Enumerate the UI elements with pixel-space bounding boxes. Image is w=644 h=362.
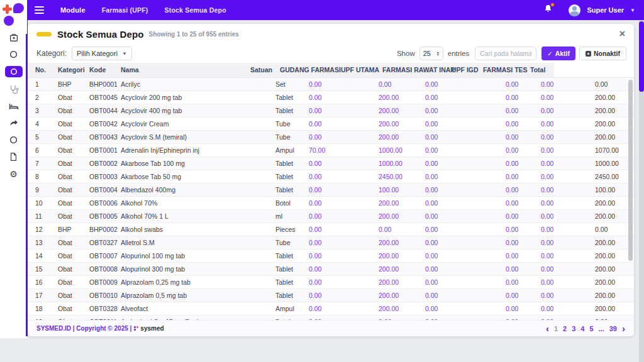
logo-plus-shape	[3, 4, 12, 14]
table-cell: OBT0045	[82, 90, 113, 104]
check-icon: ✓	[547, 50, 552, 57]
pagination-next-icon[interactable]: ›	[622, 324, 625, 333]
table-row[interactable]: 10ObatOBT0006Alkohol 70%Botol0.00200.000…	[28, 196, 634, 209]
table-row[interactable]: 18ObatOBT0328AlveofactAmpul0.00200.000.0…	[28, 302, 634, 315]
kategori-select[interactable]: Pilih Kategori ▼	[72, 47, 132, 60]
table-cell: 0.00	[272, 249, 333, 262]
table-row[interactable]: 16ObatOBT0009Alprazolam 0,25 mg tabTable…	[28, 275, 634, 288]
table-row[interactable]: 1BHPBHP0001AcrilycSet0.000.000.000.000.0…	[28, 77, 634, 90]
pagination-prev-icon[interactable]: ‹	[546, 324, 549, 333]
user-avatar[interactable]	[569, 4, 580, 16]
table-cell: OBT0009	[82, 275, 113, 288]
table-cell: Tablet	[243, 104, 272, 117]
pagination-page-2[interactable]: 2	[563, 325, 567, 332]
table-cell: Alkohol 70%	[113, 196, 243, 209]
table-row[interactable]: 14ObatOBT0007Alopurinol 100 mg tabTablet…	[28, 249, 634, 262]
pagination-ellipsis: ...	[599, 325, 604, 332]
table-cell: 16	[28, 275, 50, 288]
column-header: Satuan	[243, 63, 272, 77]
app-logo[interactable]	[0, 0, 27, 34]
table-cell: 0.00	[375, 143, 444, 156]
table-cell: 1	[28, 77, 50, 90]
table-cell: 0.00	[475, 209, 523, 222]
gear-icon[interactable]: ⚙	[4, 168, 23, 179]
stethoscope-icon[interactable]	[4, 84, 23, 94]
table-row[interactable]: 7ObatOBT0002Akarbose Tab 100 mgTablet0.0…	[28, 156, 634, 170]
user-name[interactable]: Super User	[587, 6, 624, 14]
table-cell: 0.00	[272, 288, 333, 302]
hamburger-menu-icon[interactable]	[35, 6, 44, 14]
table-cell: Obat	[50, 130, 82, 143]
table-cell: 0.00	[272, 90, 333, 104]
table-cell: OBT0044	[82, 104, 113, 117]
table-row[interactable]: 5ObatOBT0043Acyclovir S.M (temiral)Tube0…	[28, 130, 634, 143]
circle-icon[interactable]	[4, 49, 23, 60]
table-row[interactable]: 17ObatOBT0010Alprazolam 0,5 mg tabTablet…	[28, 288, 634, 302]
pagination-page-1[interactable]: 1	[554, 325, 558, 332]
nav-item-module[interactable]: Module	[60, 6, 86, 14]
table-row[interactable]: 8ObatOBT0003Akarbose Tab 50 mgTablet0.00…	[28, 170, 634, 183]
nav-item-stock-semua-depo[interactable]: Stock Semua Depo	[165, 6, 226, 14]
page-size-value: 25	[423, 50, 431, 57]
table-row[interactable]: 15ObatOBT0008Alopurinol 300 mg tabTablet…	[28, 262, 634, 275]
table-row[interactable]: 12BHPBHP0002Alkohol swabsPieces0.000.000…	[28, 222, 634, 236]
table-cell: OBT0328	[82, 302, 113, 315]
table-cell: 0.00	[333, 222, 375, 236]
table-row[interactable]: 6ObatOBT0001Adrenalin Inj/Ephineprin inj…	[28, 143, 634, 156]
table-row[interactable]: 3ObatOBT0044Acyclovir 400 mg tabTablet0.…	[28, 104, 634, 117]
table-cell: Ampul	[243, 143, 272, 156]
table-cell: 11	[28, 209, 50, 222]
table-cell: BHP	[50, 77, 82, 90]
table-cell: Tube	[243, 117, 272, 130]
chevron-down-icon: ▼	[122, 51, 127, 57]
user-menu-caret-icon[interactable]: ▼	[630, 8, 635, 13]
table-cell: 0.00	[475, 77, 523, 90]
pagination-page-39[interactable]: 39	[609, 325, 617, 332]
table-cell: 0.00	[444, 249, 475, 262]
nav-item-farmasi-upf[interactable]: Farmasi (UPF)	[102, 6, 148, 14]
table-cell: 0.00	[475, 143, 523, 156]
pagination-page-3[interactable]: 3	[572, 325, 575, 332]
table-cell: Tablet	[243, 288, 272, 302]
table-cell: 1000.00	[333, 143, 375, 156]
forward-arrow-icon[interactable]	[4, 118, 23, 128]
logo-circle-shape	[4, 16, 14, 26]
table-cell: 0.00	[475, 117, 523, 130]
table-row[interactable]: 4ObatOBT0042Acyclovir CreamTube0.00200.0…	[28, 117, 634, 130]
table-cell-total: 100.00	[554, 183, 634, 196]
bed-icon[interactable]	[4, 101, 23, 111]
close-icon[interactable]: ×	[619, 29, 625, 39]
table-cell: 4	[28, 117, 50, 130]
table-cell: 0.00	[375, 275, 444, 288]
table-cell: 0.00	[375, 236, 444, 249]
table-cell: 0.00	[444, 104, 475, 117]
nonaktif-button[interactable]: Nonaktif	[579, 47, 626, 60]
page-scrollbar-thumb[interactable]	[639, 21, 644, 92]
search-input[interactable]	[475, 47, 536, 60]
table-cell-total: 200.00	[554, 196, 634, 209]
table-row[interactable]: 2ObatOBT0045Acyclovir 200 mg tabTablet0.…	[28, 90, 634, 104]
table-cell: 0.00	[444, 90, 475, 104]
table-row[interactable]: 13ObatOBT0327Alletrol S.MTube0.00200.000…	[28, 236, 634, 249]
table-cell: 0.00	[475, 104, 523, 117]
document-icon[interactable]	[4, 151, 23, 162]
top-navbar: Module Farmasi (UPF) Stock Semua Depo Su…	[0, 0, 644, 20]
table-cell: 0.00	[444, 209, 475, 222]
table-cell: OBT0010	[82, 288, 113, 302]
table-cell: 0.00	[444, 302, 475, 315]
table-cell: 200.00	[333, 236, 375, 249]
table-scrollbar-thumb[interactable]	[628, 80, 633, 261]
page-size-select[interactable]: 25 ▲▼	[419, 47, 443, 60]
notification-bell-icon[interactable]	[544, 4, 552, 16]
showing-entries-text: Showing 1 to 25 of 955 entries	[148, 31, 238, 38]
table-row[interactable]: 11ObatOBT0005Alkohol 70% 1 Lml0.00200.00…	[28, 209, 634, 222]
table-cell: 0.00	[444, 130, 475, 143]
circle-icon-active[interactable]	[5, 66, 23, 77]
table-cell: 0.00	[375, 156, 444, 170]
table-row[interactable]: 9ObatOBT0004Albendazol 400mgTablet0.0010…	[28, 183, 634, 196]
circle-icon[interactable]	[4, 134, 23, 145]
pagination-page-5[interactable]: 5	[589, 325, 593, 332]
aktif-button[interactable]: ✓ Aktif	[541, 47, 575, 60]
pagination-page-4[interactable]: 4	[580, 325, 584, 332]
square-icon	[586, 51, 591, 57]
